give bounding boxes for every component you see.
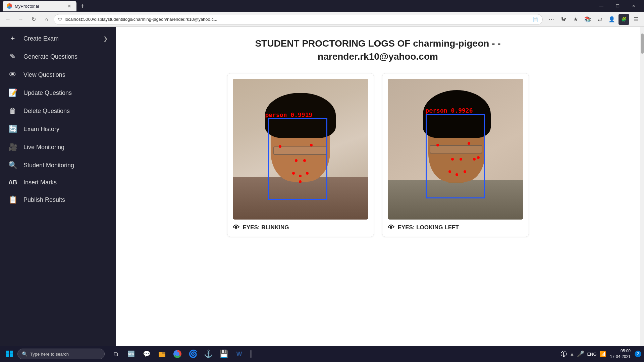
sidebar-item-exam-history[interactable]: 🔄 Exam History: [0, 120, 116, 138]
search-icon: 🔍: [22, 351, 28, 357]
create-exam-icon: +: [8, 34, 17, 43]
svg-rect-5: [159, 354, 165, 357]
caption-text-1: EYES: BLINKING: [243, 224, 289, 231]
sidebar-label-generate-questions: Generate Questions: [23, 53, 77, 60]
svg-rect-6: [161, 352, 165, 354]
arrow-icon: ❯: [103, 36, 108, 42]
page-title: STUDENT PROCTORING LOGS OF charming-pige…: [129, 37, 627, 63]
pocket-button[interactable]: 🐿: [558, 14, 569, 25]
minimize-button[interactable]: ―: [594, 0, 609, 12]
forward-button[interactable]: →: [15, 14, 26, 25]
detection-label-2: person 0.9926: [426, 107, 473, 114]
sidebar-label-publish-results: Publish Results: [23, 196, 65, 203]
sidebar-label-create-exam: Create Exam: [23, 35, 59, 42]
sidebar: + Create Exam ❯ ✎ Generate Questions 👁 V…: [0, 27, 116, 346]
sidebar-label-exam-history: Exam History: [23, 126, 59, 133]
card-1-image: person 0.9919: [233, 79, 368, 220]
update-questions-icon: 📝: [8, 88, 17, 97]
new-tab-button[interactable]: +: [78, 1, 87, 11]
svg-rect-2: [6, 354, 9, 357]
chrome-button[interactable]: [170, 347, 184, 361]
security-icon: 🛡: [58, 17, 62, 22]
svg-rect-1: [10, 351, 13, 354]
student-monitoring-icon: 🔍: [8, 161, 17, 170]
taskbar-right: 🛈 ▲ 🎤 ENG 📶 05:00 17-04-2021 2: [560, 348, 641, 360]
active-tab[interactable]: MyProctor.ai ✕: [3, 1, 76, 11]
close-button[interactable]: ✕: [626, 0, 641, 12]
sidebar-item-update-questions[interactable]: 📝 Update Questions: [0, 84, 116, 102]
sidebar-item-insert-marks[interactable]: AB Insert Marks: [0, 174, 116, 191]
app-body: + Create Exam ❯ ✎ Generate Questions 👁 V…: [0, 27, 644, 346]
more-button[interactable]: ⋯: [546, 14, 557, 25]
card-2-image: person 0.9926: [388, 79, 523, 220]
task-view-button[interactable]: ⧉: [109, 347, 123, 361]
sidebar-item-generate-questions[interactable]: ✎ Generate Questions: [0, 48, 116, 66]
taskbar-apps: ⧉ 🆕 💬 🌀 ⚓ 💾 W: [109, 347, 246, 361]
chevron-up-icon[interactable]: ▲: [570, 351, 575, 357]
eye-icon-1: 👁: [233, 224, 239, 231]
notification-badge[interactable]: 2: [635, 351, 641, 357]
view-questions-icon: 👁: [8, 70, 17, 79]
maximize-button[interactable]: ❐: [610, 0, 625, 12]
word-button[interactable]: W: [232, 347, 246, 361]
profile-button[interactable]: 👤: [606, 14, 617, 25]
widgets-button[interactable]: 🆕: [124, 347, 138, 361]
scrollbar[interactable]: [640, 27, 644, 346]
url-text: localhost:5000/displaystudentslogs/charm…: [65, 17, 530, 22]
start-button[interactable]: [3, 347, 16, 361]
close-tab-button[interactable]: ✕: [66, 3, 72, 9]
edge-button[interactable]: ⚓: [201, 347, 215, 361]
taskbar: 🔍 Type here to search ⧉ 🆕 💬 🌀 ⚓ 💾 W 🛈 ▲: [0, 346, 644, 362]
search-placeholder: Type here to search: [30, 352, 69, 357]
file-explorer-button[interactable]: [155, 347, 169, 361]
taskbar-divider: [250, 350, 252, 358]
bookmark-button[interactable]: ★: [570, 14, 581, 25]
publish-results-icon: 📋: [8, 195, 17, 204]
favicon: [7, 3, 12, 9]
svg-rect-4: [159, 352, 162, 354]
address-bar[interactable]: 🛡 localhost:5000/displaystudentslogs/cha…: [54, 14, 543, 25]
sidebar-item-view-questions[interactable]: 👁 View Questions: [0, 66, 116, 84]
address-bar-row: ← → ↻ ⌂ 🛡 localhost:5000/displaystudents…: [0, 12, 644, 27]
back-button[interactable]: ←: [3, 14, 13, 25]
insert-marks-icon: AB: [8, 179, 17, 186]
delete-questions-icon: 🗑: [8, 107, 17, 115]
help-icon[interactable]: 🛈: [560, 350, 567, 358]
reader-view-icon: 📄: [533, 17, 538, 22]
sidebar-label-delete-questions: Delete Questions: [23, 108, 70, 115]
sidebar-label-live-monitoring: Live Monitoring: [23, 144, 64, 151]
live-monitoring-icon: 🎥: [8, 143, 17, 152]
hamburger-menu[interactable]: ☰: [631, 14, 641, 25]
firefox-button[interactable]: 🌀: [186, 347, 200, 361]
main-content: STUDENT PROCTORING LOGS OF charming-pige…: [116, 27, 640, 346]
cards-grid: person 0.9919 👁 EYES: BLINKING: [227, 73, 529, 237]
page-title-line1: STUDENT PROCTORING LOGS OF charming-pige…: [255, 38, 500, 49]
microphone-icon[interactable]: 🎤: [577, 350, 584, 358]
face-scene-2: person 0.9926: [388, 79, 523, 220]
sync-button[interactable]: ⇄: [594, 14, 605, 25]
taskbar-clock[interactable]: 05:00 17-04-2021: [610, 348, 631, 360]
powerpoint-button[interactable]: 💾: [217, 347, 231, 361]
sidebar-item-student-monitoring[interactable]: 🔍 Student Monitoring: [0, 156, 116, 174]
chat-button[interactable]: 💬: [140, 347, 154, 361]
sidebar-item-publish-results[interactable]: 📋 Publish Results: [0, 191, 116, 209]
scrollbar-thumb[interactable]: [641, 34, 644, 54]
extensions-button[interactable]: 🧩: [619, 14, 629, 25]
sidebar-item-delete-questions[interactable]: 🗑 Delete Questions: [0, 102, 116, 120]
time-display: 05:00: [610, 348, 631, 354]
sidebar-item-live-monitoring[interactable]: 🎥 Live Monitoring: [0, 138, 116, 156]
taskbar-search[interactable]: 🔍 Type here to search: [17, 349, 105, 359]
wifi-icon: 📶: [599, 351, 606, 357]
sidebar-label-insert-marks: Insert Marks: [23, 179, 57, 186]
sidebar-label-view-questions: View Questions: [23, 71, 65, 78]
page-title-line2: narender.rk10@yahoo.com: [318, 51, 438, 62]
home-button[interactable]: ⌂: [41, 14, 52, 25]
sidebar-item-create-exam[interactable]: + Create Exam ❯: [0, 29, 116, 48]
reload-button[interactable]: ↻: [28, 14, 39, 25]
date-display: 17-04-2021: [610, 354, 631, 360]
card-2-caption: 👁 EYES: LOOKING LEFT: [388, 224, 523, 231]
svg-rect-3: [10, 354, 13, 357]
card-2: person 0.9926 👁 EYES: LOOKING LEFT: [382, 73, 529, 237]
library-button[interactable]: 📚: [582, 14, 593, 25]
svg-rect-0: [6, 351, 9, 354]
